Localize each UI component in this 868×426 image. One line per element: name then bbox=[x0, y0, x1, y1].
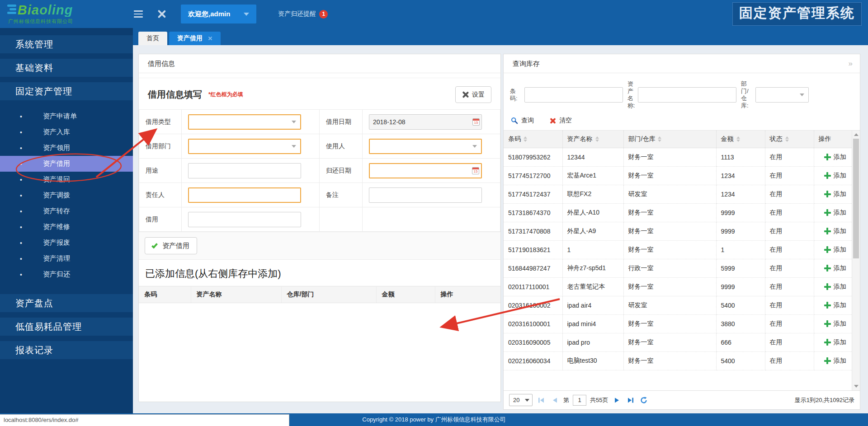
sidebar-item-资产领用[interactable]: •资产领用 bbox=[0, 140, 133, 156]
add-item-button[interactable]: 添加 bbox=[819, 172, 852, 180]
scroll-up-icon[interactable] bbox=[854, 133, 859, 136]
barcode-search-input[interactable] bbox=[524, 87, 623, 103]
remark-input[interactable] bbox=[369, 187, 482, 203]
add-item-button[interactable]: 添加 bbox=[819, 357, 852, 365]
sidebar-section-base-data[interactable]: 基础资料 bbox=[0, 59, 133, 77]
return-date-input[interactable] bbox=[369, 163, 482, 178]
add-item-button[interactable]: 添加 bbox=[819, 227, 852, 235]
add-item-button[interactable]: 添加 bbox=[819, 246, 852, 254]
add-item-button[interactable]: 添加 bbox=[819, 301, 852, 309]
query-button[interactable]: 查询 bbox=[511, 117, 534, 125]
add-item-button[interactable]: 添加 bbox=[819, 264, 852, 272]
refresh-icon[interactable] bbox=[639, 395, 649, 405]
calendar-icon[interactable] bbox=[472, 118, 480, 126]
sort-up-icon bbox=[524, 136, 527, 139]
calendar-icon[interactable] bbox=[472, 167, 479, 174]
inventory-column-header[interactable]: 资产名称 bbox=[562, 131, 623, 148]
added-column-header: 条码 bbox=[139, 286, 191, 303]
sidebar-item-资产入库[interactable]: •资产入库 bbox=[0, 124, 133, 140]
add-item-button[interactable]: 添加 bbox=[819, 338, 852, 346]
next-page-button[interactable] bbox=[612, 395, 622, 405]
added-items-table: 条码资产名称仓库/部门金额操作 bbox=[139, 286, 500, 303]
collapse-panel-icon[interactable]: » bbox=[849, 54, 853, 73]
sidebar-item-label: 资产归还 bbox=[43, 270, 70, 279]
chevron-down-icon bbox=[525, 399, 529, 402]
table-row: 517745172700宏基Arce1财务一室1234在用添加 bbox=[504, 166, 852, 185]
sidebar-item-资产清理[interactable]: •资产清理 bbox=[0, 251, 133, 267]
welcome-label: 欢迎您,admin bbox=[188, 10, 230, 19]
cell-status: 在用 bbox=[765, 259, 814, 277]
inventory-column-header[interactable]: 条码 bbox=[504, 131, 562, 148]
responsible-input[interactable] bbox=[188, 187, 301, 203]
inventory-column-header[interactable]: 部门/仓库 bbox=[623, 131, 716, 148]
inventory-column-header[interactable]: 状态 bbox=[765, 131, 814, 148]
search-icon bbox=[511, 117, 518, 124]
add-item-button[interactable]: 添加 bbox=[819, 320, 852, 328]
scrollbar-thumb[interactable] bbox=[853, 139, 859, 258]
system-title: 固定资产管理系统 bbox=[732, 2, 862, 26]
sidebar-item-资产报废[interactable]: •资产报废 bbox=[0, 235, 133, 251]
tab-home[interactable]: 首页 bbox=[138, 32, 167, 45]
dept-warehouse-select[interactable] bbox=[755, 87, 809, 103]
cell-dept: 研发室 bbox=[623, 185, 716, 203]
cell-barcode: 517317470808 bbox=[504, 222, 562, 240]
cell-barcode: 020216060034 bbox=[504, 351, 562, 370]
total-pages-label: 共55页 bbox=[590, 396, 608, 404]
cell-amount: 1113 bbox=[716, 148, 765, 166]
sidebar-section-asset-check[interactable]: 资产盘点 bbox=[0, 294, 133, 312]
page-size-select[interactable]: 20 bbox=[509, 394, 533, 406]
sidebar-section-low-value[interactable]: 低值易耗品管理 bbox=[0, 318, 133, 336]
sidebar-item-label: 资产报废 bbox=[43, 239, 70, 247]
add-label: 添加 bbox=[834, 153, 846, 161]
table-scrollbar[interactable] bbox=[852, 131, 860, 390]
sidebar-item-资产退回[interactable]: •资产退回 bbox=[0, 172, 133, 187]
cell-asset-name: 宏基Arce1 bbox=[562, 166, 623, 185]
reminder-label: 资产归还提醒 bbox=[278, 10, 316, 18]
cell-status: 在用 bbox=[765, 148, 814, 166]
add-item-button[interactable]: 添加 bbox=[819, 209, 852, 217]
prev-page-button[interactable] bbox=[550, 395, 560, 405]
sidebar-item-资产借用[interactable]: •资产借用 bbox=[0, 156, 133, 172]
tab-asset-borrow[interactable]: 资产借用 bbox=[169, 32, 221, 45]
return-reminder-link[interactable]: 资产归还提醒 1 bbox=[278, 10, 328, 19]
cell-dept: 财务一室 bbox=[623, 166, 716, 185]
last-page-button[interactable] bbox=[625, 395, 635, 405]
company-logo: Biaoling 广州标领信息科技有限公司 bbox=[5, 4, 126, 25]
add-item-button[interactable]: 添加 bbox=[819, 153, 852, 161]
borrow-dept-select[interactable] bbox=[188, 139, 301, 154]
column-label: 条码 bbox=[508, 135, 521, 142]
borrow-type-select[interactable] bbox=[188, 114, 301, 130]
menu-toggle-icon[interactable] bbox=[131, 8, 146, 20]
added-column-header: 操作 bbox=[435, 286, 500, 303]
scroll-down-icon[interactable] bbox=[854, 385, 859, 388]
asset-name-search-input[interactable] bbox=[638, 87, 736, 103]
cell-dept: 财务一室 bbox=[623, 277, 716, 296]
purpose-input[interactable] bbox=[188, 163, 301, 178]
sidebar-item-资产转存[interactable]: •资产转存 bbox=[0, 203, 133, 219]
user-select[interactable] bbox=[369, 139, 482, 154]
add-item-button[interactable]: 添加 bbox=[819, 283, 852, 291]
sidebar-section-fixed-asset[interactable]: 固定资产管理 bbox=[0, 82, 133, 100]
sidebar-section-reports[interactable]: 报表记录 bbox=[0, 341, 133, 359]
sidebar-section-system[interactable]: 系统管理 bbox=[0, 35, 133, 53]
tab-close-icon[interactable] bbox=[208, 36, 212, 41]
user-menu-button[interactable]: 欢迎您,admin bbox=[181, 5, 256, 23]
sidebar-item-资产调拨[interactable]: •资产调拨 bbox=[0, 187, 133, 203]
borrow-input[interactable] bbox=[188, 212, 301, 227]
sidebar-item-label: 资产退回 bbox=[43, 175, 70, 184]
tab-asset-borrow-label: 资产借用 bbox=[177, 34, 203, 42]
required-note: *红色框为必填 bbox=[208, 91, 243, 98]
borrow-date-input[interactable]: 2018-12-08 bbox=[369, 114, 482, 130]
sidebar-item-资产归还[interactable]: •资产归还 bbox=[0, 267, 133, 282]
page-number-input[interactable] bbox=[573, 395, 586, 406]
settings-button[interactable]: 设置 bbox=[455, 86, 491, 103]
clear-button[interactable]: 清空 bbox=[549, 117, 572, 125]
close-icon[interactable] bbox=[156, 9, 166, 19]
add-item-button[interactable]: 添加 bbox=[819, 190, 852, 198]
first-page-button[interactable] bbox=[536, 395, 546, 405]
asset-borrow-submit-button[interactable]: 资产借用 bbox=[145, 237, 197, 254]
sidebar-item-资产维修[interactable]: •资产维修 bbox=[0, 219, 133, 235]
inventory-column-header[interactable]: 金额 bbox=[716, 131, 765, 148]
sidebar-item-资产申请单[interactable]: •资产申请单 bbox=[0, 108, 133, 124]
field-label: 归还日期 bbox=[320, 159, 363, 183]
